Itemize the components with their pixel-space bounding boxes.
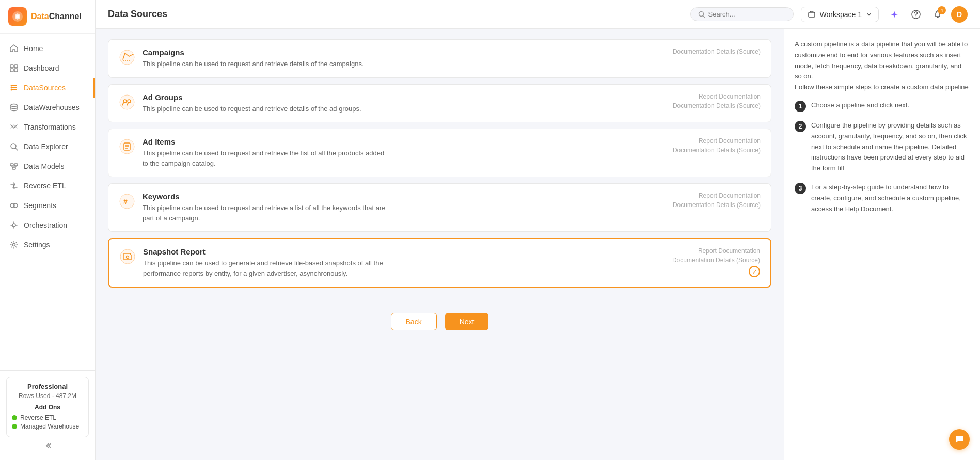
step-num-2: 2 bbox=[795, 121, 806, 132]
pipeline-area: Campaigns This pipeline can be used to r… bbox=[96, 29, 784, 460]
svg-point-16 bbox=[13, 203, 18, 208]
main-content: Data Sources Workspace 1 4 bbox=[96, 0, 980, 460]
search-bar bbox=[690, 7, 794, 21]
step-item-3: 3 For a step-by-step guide to understand… bbox=[795, 182, 970, 214]
home-icon bbox=[9, 44, 19, 53]
addon-item-managedwarehouse: Managed Warehouse bbox=[12, 423, 83, 430]
action-buttons: Back Next bbox=[108, 307, 771, 341]
ad-groups-info: Ad Groups This pipeline can be used to r… bbox=[143, 93, 361, 114]
datawarehouses-icon bbox=[9, 103, 19, 112]
snapshot-desc: This pipeline can be used to generate an… bbox=[143, 258, 391, 278]
svg-point-23 bbox=[120, 50, 134, 65]
step-item-1: 1 Choose a pipeline and click next. bbox=[795, 100, 970, 112]
sidebar-item-transformations-label: Transformations bbox=[24, 123, 76, 131]
sidebar-item-segments-label: Segments bbox=[24, 201, 56, 210]
ad-groups-icon bbox=[119, 94, 135, 110]
svg-text:#: # bbox=[123, 197, 128, 205]
dataexplorer-icon bbox=[9, 142, 19, 151]
pipeline-card-ad-groups[interactable]: Ad Groups This pipeline can be used to r… bbox=[108, 84, 771, 123]
ad-items-report-doc[interactable]: Report Documentation bbox=[699, 137, 761, 145]
search-icon bbox=[698, 11, 705, 18]
sidebar-item-transformations[interactable]: Transformations bbox=[0, 117, 95, 137]
sidebar-item-datawarehouses[interactable]: DataWarehouses bbox=[0, 98, 95, 117]
svg-point-19 bbox=[699, 11, 703, 16]
next-button[interactable]: Next bbox=[445, 313, 489, 330]
search-input[interactable] bbox=[708, 10, 781, 18]
pipeline-card-ad-groups-left: Ad Groups This pipeline can be used to r… bbox=[119, 93, 361, 114]
plan-name: Professional bbox=[12, 383, 83, 390]
chat-button[interactable] bbox=[949, 429, 970, 450]
pipeline-card-campaigns-left: Campaigns This pipeline can be used to r… bbox=[119, 48, 364, 69]
svg-point-1 bbox=[16, 15, 19, 18]
steps-list: 1 Choose a pipeline and click next. 2 Co… bbox=[795, 100, 970, 214]
page-title: Data Sources bbox=[108, 9, 167, 20]
svg-rect-3 bbox=[14, 65, 18, 68]
ad-groups-doc-link[interactable]: Documentation Details (Source) bbox=[673, 102, 761, 109]
step-num-3: 3 bbox=[795, 183, 806, 194]
ad-items-doc-link[interactable]: Documentation Details (Source) bbox=[673, 147, 761, 154]
sidebar-item-dataexplorer-label: Data Explorer bbox=[24, 142, 68, 151]
avatar[interactable]: D bbox=[951, 6, 968, 23]
workspace-label: Workspace 1 bbox=[820, 10, 862, 19]
keywords-name: Keywords bbox=[143, 192, 390, 201]
sidebar-item-orchestration-label: Orchestration bbox=[24, 221, 67, 229]
sidebar-item-dataexplorer[interactable]: Data Explorer bbox=[0, 137, 95, 156]
sidebar-item-datasources[interactable]: DataSources bbox=[0, 78, 95, 98]
sidebar-item-dashboard[interactable]: Dashboard bbox=[0, 58, 95, 78]
pipeline-card-keywords[interactable]: # Keywords This pipeline can be used to … bbox=[108, 183, 771, 232]
help-button[interactable] bbox=[908, 6, 924, 23]
campaigns-info: Campaigns This pipeline can be used to r… bbox=[143, 48, 364, 69]
svg-point-24 bbox=[120, 95, 134, 109]
pipeline-card-keywords-left: # Keywords This pipeline can be used to … bbox=[119, 192, 390, 223]
notification-button[interactable]: 4 bbox=[929, 6, 946, 23]
ad-groups-links: Report Documentation Documentation Detai… bbox=[673, 93, 761, 109]
snapshot-doc-link[interactable]: Documentation Details (Source) bbox=[672, 257, 760, 264]
sidebar-item-orchestration[interactable]: Orchestration bbox=[0, 215, 95, 235]
sidebar-item-reverseetl-label: Reverse ETL bbox=[24, 182, 66, 190]
datamodels-icon bbox=[9, 162, 19, 171]
sidebar-item-datamodels[interactable]: Data Models bbox=[0, 156, 95, 176]
ad-groups-report-doc[interactable]: Report Documentation bbox=[699, 93, 761, 100]
sidebar: DataChannel Home Dashboard DataSources bbox=[0, 0, 96, 460]
sidebar-item-settings-label: Settings bbox=[24, 241, 50, 249]
snapshot-links: Report Documentation Documentation Detai… bbox=[672, 247, 760, 277]
sidebar-item-reverseetl[interactable]: Reverse ETL bbox=[0, 176, 95, 196]
ad-groups-name: Ad Groups bbox=[143, 93, 361, 102]
svg-rect-11 bbox=[10, 164, 13, 166]
addon-dot-2 bbox=[12, 424, 17, 429]
keywords-doc-link[interactable]: Documentation Details (Source) bbox=[673, 201, 761, 209]
sparkle-button[interactable] bbox=[886, 6, 903, 23]
sidebar-item-home[interactable]: Home bbox=[0, 39, 95, 58]
sidebar-item-segments[interactable]: Segments bbox=[0, 196, 95, 215]
sidebar-item-home-label: Home bbox=[24, 44, 43, 53]
snapshot-report-doc[interactable]: Report Documentation bbox=[698, 247, 760, 255]
back-button[interactable]: Back bbox=[391, 313, 437, 330]
plan-card: Professional Rows Used - 487.2M Add Ons … bbox=[6, 377, 89, 437]
header-icons: 4 D bbox=[886, 6, 968, 23]
sidebar-bottom: Professional Rows Used - 487.2M Add Ons … bbox=[0, 370, 95, 460]
campaigns-doc-link[interactable]: Documentation Details (Source) bbox=[673, 48, 761, 55]
pipeline-card-ad-items[interactable]: Ad Items This pipeline can be used to re… bbox=[108, 129, 771, 177]
logo-text: DataChannel bbox=[31, 12, 82, 21]
plan-rows: Rows Used - 487.2M bbox=[12, 392, 83, 400]
svg-rect-4 bbox=[10, 69, 13, 72]
ad-items-links: Report Documentation Documentation Detai… bbox=[673, 137, 761, 154]
segments-icon bbox=[9, 201, 19, 210]
workspace-selector[interactable]: Workspace 1 bbox=[801, 7, 879, 22]
pipeline-card-snapshot-report[interactable]: Snapshot Report This pipeline can be use… bbox=[108, 238, 771, 288]
snapshot-name: Snapshot Report bbox=[143, 247, 391, 256]
sidebar-item-datamodels-label: Data Models bbox=[24, 162, 65, 170]
svg-point-31 bbox=[120, 249, 135, 264]
keywords-report-doc[interactable]: Report Documentation bbox=[699, 192, 761, 199]
svg-point-17 bbox=[12, 224, 15, 227]
step-item-2: 2 Configure the pipeline by providing de… bbox=[795, 120, 970, 174]
collapse-button[interactable] bbox=[6, 437, 89, 454]
pipeline-card-campaigns[interactable]: Campaigns This pipeline can be used to r… bbox=[108, 39, 771, 78]
nav-menu: Home Dashboard DataSources DataWarehouse… bbox=[0, 34, 95, 370]
transformations-icon bbox=[9, 122, 19, 132]
svg-point-22 bbox=[915, 16, 916, 17]
campaigns-desc: This pipeline can be used to request and… bbox=[143, 59, 364, 69]
keywords-desc: This pipeline can be used to request and… bbox=[143, 203, 390, 223]
campaigns-name: Campaigns bbox=[143, 48, 364, 57]
sidebar-item-settings[interactable]: Settings bbox=[0, 235, 95, 255]
